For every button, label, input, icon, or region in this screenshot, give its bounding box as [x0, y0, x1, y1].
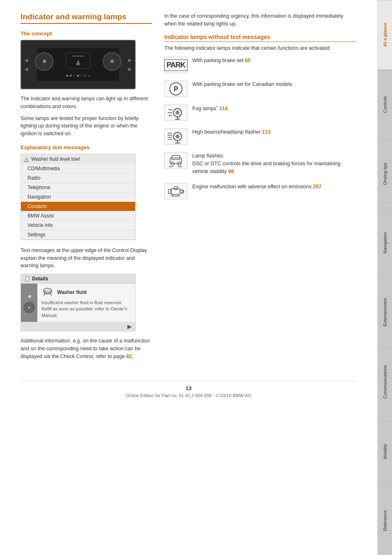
menu-item-navigation[interactable]: Navigation [21, 192, 135, 202]
menu-list: CD/Multimedia Radio Telephone Navigation… [21, 164, 135, 240]
nav-display: ▪▪▪▪▪▪▪▪ ♟ [66, 52, 90, 69]
explanatory-subtitle: Explanatory text messages [21, 144, 152, 150]
details-icon: 📋 [24, 276, 30, 282]
menu-item-vehicleinfo[interactable]: Vehicle info [21, 221, 135, 230]
symbols-row: ◆ ■ ○ ◆ □ ◎ △ [66, 74, 90, 77]
right-arrows: ► ► [127, 57, 133, 72]
details-box: 📋 Details ◄ ● [21, 274, 136, 331]
lamp-row-highbeam: High beams/headlamp flasher 113 [164, 128, 357, 146]
svg-point-7 [175, 111, 180, 115]
lamp-row-engine: Engine malfunction with adverse effect o… [164, 183, 357, 201]
indicator-intro: The following indicator lamps indicate t… [164, 44, 357, 52]
symbol-1: ◆ [66, 74, 68, 77]
back-button[interactable]: ◄ [26, 293, 32, 299]
symbol-7: △ [88, 74, 90, 77]
svg-rect-26 [174, 187, 178, 190]
page-number: 13 [21, 385, 357, 391]
play-button[interactable]: ▶ [127, 323, 132, 330]
circle-icon: ● [28, 305, 30, 310]
circle-p-svg: P [168, 81, 184, 96]
highbeam-page-link[interactable]: 113 [262, 129, 271, 135]
dsc-svg [167, 152, 185, 169]
highbeam-icon [164, 128, 187, 145]
washer-fluid-label: Washer fluid [57, 289, 87, 295]
menu-item-cdmultimedia[interactable]: CD/Multimedia [21, 164, 135, 173]
additional-info-end: . [132, 354, 133, 359]
sidebar-tab-driving-tips[interactable]: Driving tips [378, 139, 392, 208]
warning-text: Washer fluid level low! [31, 156, 80, 162]
sidebar-tab-entertainment[interactable]: Entertainment [378, 278, 392, 347]
dashboard-inner: ▪▪▪▪▪▪▪▪ ♟ ◆ ■ ○ ◆ □ [37, 48, 119, 81]
details-header: 📋 Details [21, 274, 135, 284]
svg-line-8 [168, 109, 172, 110]
sidebar-tab-communications[interactable]: Communications [378, 347, 392, 416]
gauges-row: ▪▪▪▪▪▪▪▪ ♟ [35, 52, 121, 71]
sidebar-tab-controls[interactable]: Controls [378, 69, 392, 139]
svg-rect-22 [172, 155, 180, 160]
highbeam-desc-text: High beams/headlamp flasher [192, 129, 262, 135]
menu-item-radio[interactable]: Radio [21, 173, 135, 183]
park-icon: PARK [164, 57, 187, 73]
body-text-1: The indicator and warning lamps can ligh… [21, 95, 152, 111]
fog-icon [164, 104, 187, 121]
park-text-icon: PARK [164, 59, 188, 71]
body-text-2: Some lamps are tested for proper functio… [21, 115, 152, 138]
sidebar-tab-mobility[interactable]: Mobility [378, 416, 392, 486]
symbol-4: ◆ [77, 74, 79, 77]
warning-box: △ Washer fluid level low! CD/Multimedia … [21, 154, 136, 240]
right-arrow-up: ► [127, 57, 133, 63]
highbeam-svg [167, 129, 185, 144]
engine-svg [167, 184, 185, 199]
menu-item-bmwassist[interactable]: BMW Assist [21, 211, 135, 221]
lamp-desc-fog: Fog lamps* 114 [192, 104, 357, 113]
right-intro-text: In the case of corresponding urgency, th… [164, 12, 357, 28]
svg-line-2 [44, 293, 45, 296]
menu-item-contacts[interactable]: Contacts [21, 202, 135, 211]
menu-item-settings[interactable]: Settings [21, 230, 135, 240]
engine-icon [164, 183, 187, 199]
sidebar-tab-at-a-glance[interactable]: At a glance [378, 0, 392, 69]
nav-person-icon: ♟ [75, 59, 81, 67]
dsc-page-link[interactable]: 96 [228, 169, 234, 174]
washer-icon-area: Washer fluid [42, 287, 131, 297]
left-gauge [35, 52, 53, 71]
nav-top-bar: ▪▪▪▪▪▪▪▪ [72, 54, 84, 57]
sidebar-tab-navigation[interactable]: Navigation [378, 208, 392, 278]
lamp-desc-highbeam: High beams/headlamp flasher 113 [192, 128, 357, 136]
symbol-5: □ [81, 74, 82, 77]
left-arrow-down: ◄ [23, 66, 29, 72]
footer-text: Online Edition for Part no. 01 41 2 604 … [21, 393, 357, 398]
warning-header: △ Washer fluid level low! [21, 154, 135, 164]
warning-triangle-icon: △ [24, 156, 29, 162]
dsc-desc-lamp-flashes: Lamp flashes: [192, 153, 224, 159]
svg-text:P: P [174, 86, 178, 92]
fog-svg [167, 105, 185, 120]
additional-info-text: Additional information, e.g. on the caus… [21, 337, 152, 360]
lamp-row-park: PARK With parking brake set 60 [164, 57, 357, 75]
dashboard-image: ◄ ◄ ▪▪▪▪▪▪▪▪ ♟ [21, 40, 136, 89]
washer-detail-text: Insufficient washer fluid in fluid reser… [42, 300, 131, 319]
fog-page-link[interactable]: 114 [219, 106, 228, 111]
park-desc-text: With parking brake set [192, 58, 245, 63]
canadian-desc-text: With parking brake set for Canadian mode… [192, 81, 292, 87]
page-title: Indicator and warning lamps [21, 12, 152, 24]
circle-control[interactable]: ● [23, 302, 35, 313]
lamp-desc-park: With parking brake set 60 [192, 57, 357, 65]
additional-info-link[interactable]: 82 [126, 354, 132, 359]
concept-subtitle: The concept [21, 30, 152, 37]
park-page-link[interactable]: 60 [245, 58, 251, 63]
right-gauge [103, 52, 121, 71]
sidebar-tab-reference[interactable]: Reference [378, 486, 392, 555]
lamp-desc-canadian: With parking brake set for Canadian mode… [192, 81, 357, 88]
dsc-desc-body: DSC or DTC controls the drive and brakin… [192, 161, 341, 174]
indicator-lamps-title: Indicator lamps without text messages [164, 34, 357, 42]
svg-line-10 [168, 115, 172, 116]
details-label: Details [32, 276, 48, 282]
right-column: In the case of corresponding urgency, th… [164, 12, 357, 364]
menu-item-telephone[interactable]: Telephone [21, 183, 135, 192]
symbol-3: ○ [73, 74, 75, 77]
symbol-2: ■ [70, 74, 71, 77]
details-left-panel: ◄ ● [21, 284, 37, 322]
engine-page-link[interactable]: 257 [313, 184, 322, 190]
left-column: Indicator and warning lamps The concept … [21, 12, 152, 364]
